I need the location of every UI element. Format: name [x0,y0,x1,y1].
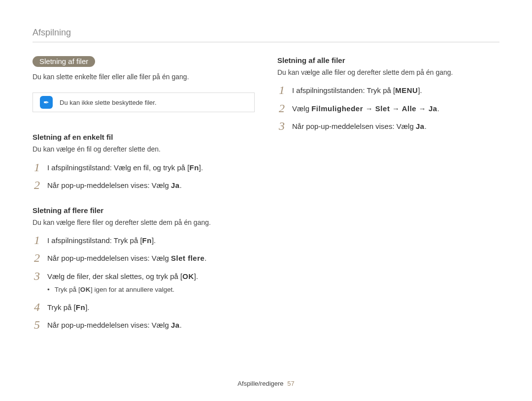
step-item: 1 I afspilningstilstanden: Tryk på [MENU… [277,84,499,96]
sub-bullet: Tryk på [OK] igen for at annullere valge… [47,285,255,295]
step-number: 1 [33,234,41,246]
step-number: 4 [33,301,41,313]
step-text: I afspilningstilstand: Vælg en fil, og t… [47,161,203,174]
step-pre: Vælg [292,104,311,113]
step-post: . [437,104,439,113]
step-item: 2 Når pop-up-meddelelsen vises: Vælg Sle… [33,252,255,264]
step-text: Vælg Filmuligheder → Slet → Alle → Ja. [292,102,439,115]
step-text: Vælg de filer, der skal slettes, og tryk… [47,270,198,282]
note-text: Du kan ikke slette beskyttede filer. [60,99,157,106]
step-post: ]. [152,236,156,245]
left-column: Sletning af filer Du kan slette enkelte … [33,56,255,346]
step-item: 5 Når pop-up-meddelelsen vises: Vælg Ja. [33,319,255,331]
sec2-steps: 1 I afspilningstilstand: Tryk på [Fn]. 2… [33,234,255,331]
key-label: Ja [171,321,180,329]
step-text: Når pop-up-meddelelsen vises: Vælg Ja. [47,319,182,331]
page-number: 57 [287,380,294,387]
step-post: . [180,181,182,189]
key-label: OK [182,272,194,280]
key-label: Fn [142,236,152,245]
key-label: MENU [395,86,418,94]
step-text: Når pop-up-meddelelsen vises: Vælg Ja. [292,120,427,132]
sec2-head: Sletning af flere filer [33,206,255,215]
step-post: . [180,321,182,329]
note-box: Du kan ikke slette beskyttede filer. [33,93,255,112]
step-pre: I afspilningstilstanden: Tryk på [ [292,86,395,94]
content-columns: Sletning af filer Du kan slette enkelte … [33,56,499,346]
step-pre: I afspilningstilstand: Vælg en fil, og t… [47,163,189,172]
step-item: 1 I afspilningstilstand: Tryk på [Fn]. [33,234,255,247]
bullet-post: ] igen for at annullere valget. [91,286,174,293]
sec3-steps: 1 I afspilningstilstanden: Tryk på [MENU… [277,84,499,132]
key-label: Slet flere [171,254,204,262]
step-text: Når pop-up-meddelelsen vises: Vælg Slet … [47,252,207,264]
sec1-intro: Du kan vælge én fil og derefter slette d… [33,144,255,154]
step-pre: Når pop-up-meddelelsen vises: Vælg [47,254,171,262]
step-number: 2 [33,252,41,264]
sec3-head: Sletning af alle filer [277,56,499,64]
step-text: I afspilningstilstanden: Tryk på [MENU]. [292,84,422,96]
step-item: 4 Tryk på [Fn]. [33,301,255,313]
step-number: 2 [277,102,286,114]
right-column: Sletning af alle filer Du kan vælge alle… [277,56,499,346]
step-number: 3 [277,120,286,132]
step-number: 1 [277,84,286,96]
step-post: . [204,254,206,262]
page-header: Afspilning [33,28,499,42]
step-item: 2 Vælg Filmuligheder → Slet → Alle → Ja. [277,102,499,115]
note-icon [40,96,53,109]
key-label: OK [80,286,91,293]
section-pill: Sletning af filer [33,56,95,67]
key-label: Filmuligheder → Slet → Alle → Ja [311,104,437,113]
step-text: I afspilningstilstand: Tryk på [Fn]. [47,234,156,247]
sec3-intro: Du kan vælge alle filer og derefter slet… [277,67,499,77]
step-item: 3 Vælg de filer, der skal slettes, og tr… [33,270,255,282]
sec2-intro: Du kan vælge flere filer og derefter sle… [33,217,255,227]
step-post: . [425,122,427,130]
step-post: ]. [85,303,89,311]
step-post: ]. [418,86,422,94]
key-label: Ja [416,122,425,130]
step-pre: Tryk på [ [47,303,76,311]
step-item: 3 Når pop-up-meddelelsen vises: Vælg Ja. [277,120,499,132]
sec1-head: Sletning af en enkelt fil [33,133,255,141]
step-pre: I afspilningstilstand: Tryk på [ [47,236,142,245]
step-number: 3 [33,270,41,282]
pill-intro: Du kan slette enkelte filer eller alle f… [33,72,255,82]
step-pre: Når pop-up-meddelelsen vises: Vælg [47,321,171,329]
sec1-steps: 1 I afspilningstilstand: Vælg en fil, og… [33,161,255,191]
step-post: ]. [194,272,198,280]
page-footer: Afspille/redigere 57 [0,380,532,387]
step-pre: Når pop-up-meddelelsen vises: Vælg [292,122,416,130]
footer-label: Afspille/redigere [237,380,283,387]
step-text: Tryk på [Fn]. [47,301,89,313]
key-label: Fn [189,163,199,172]
step-number: 1 [33,161,41,173]
step-pre: Når pop-up-meddelelsen vises: Vælg [47,181,171,189]
step-number: 2 [33,179,41,191]
key-label: Ja [171,181,180,189]
step-item: 2 Når pop-up-meddelelsen vises: Vælg Ja. [33,179,255,191]
step-text: Når pop-up-meddelelsen vises: Vælg Ja. [47,179,182,191]
step-number: 5 [33,319,41,331]
key-label: Fn [76,303,85,311]
bullet-pre: Tryk på [ [55,286,80,293]
step-post: ]. [199,163,203,172]
step-item: 1 I afspilningstilstand: Vælg en fil, og… [33,161,255,174]
step-pre: Vælg de filer, der skal slettes, og tryk… [47,272,182,280]
